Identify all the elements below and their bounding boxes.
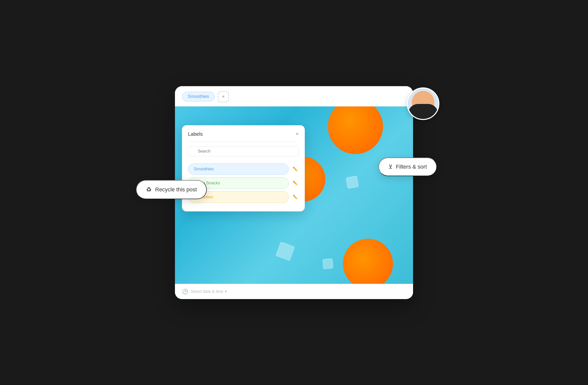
smoothies-tab[interactable]: Smoothies: [182, 92, 215, 101]
filters-sort-button[interactable]: ⊻ Filters & sort: [378, 158, 437, 176]
ice-cube-3: [276, 241, 295, 261]
labels-header: Labels ×: [188, 131, 299, 142]
add-tab-button[interactable]: +: [218, 91, 229, 102]
edit-smoothies-button[interactable]: ✏️: [292, 166, 299, 172]
hero-area: Labels × 🔍 Smoothies ✏️ Jusco Snacks ✏️: [175, 106, 413, 284]
filter-icon: ⊻: [388, 164, 393, 170]
ice-cube-2: [346, 176, 359, 189]
filters-label: Filters & sort: [396, 164, 427, 170]
edit-jusco-button[interactable]: ✏️: [292, 180, 299, 186]
clock-icon: 🕐: [182, 289, 188, 295]
labels-title: Labels: [188, 131, 203, 137]
edit-promotion-button[interactable]: ✏️: [292, 194, 299, 200]
main-card: Smoothies + Labels ×: [175, 86, 413, 299]
label-smoothies[interactable]: Smoothies: [188, 163, 289, 175]
orange-decoration-1: [328, 106, 383, 154]
date-time-selector[interactable]: Select date & time ▾: [191, 289, 227, 294]
bottom-bar: 🕐 Select date & time ▾: [175, 284, 413, 299]
recycle-post-button[interactable]: ♻ Recycle this post: [136, 180, 207, 199]
recycle-icon: ♻: [146, 186, 152, 193]
avatar-body: [408, 104, 438, 119]
orange-decoration-3: [343, 239, 393, 284]
recycle-label: Recycle this post: [155, 186, 197, 193]
label-search-input[interactable]: [188, 146, 299, 156]
chevron-down-icon: ▾: [225, 289, 227, 294]
search-wrapper: 🔍: [188, 146, 299, 160]
date-placeholder-text: Select date & time: [191, 289, 223, 294]
ice-cube-4: [322, 258, 333, 269]
top-bar: Smoothies +: [175, 86, 413, 106]
label-item-smoothies: Smoothies ✏️: [188, 163, 299, 175]
avatar: [407, 87, 439, 120]
close-button[interactable]: ×: [296, 131, 299, 137]
